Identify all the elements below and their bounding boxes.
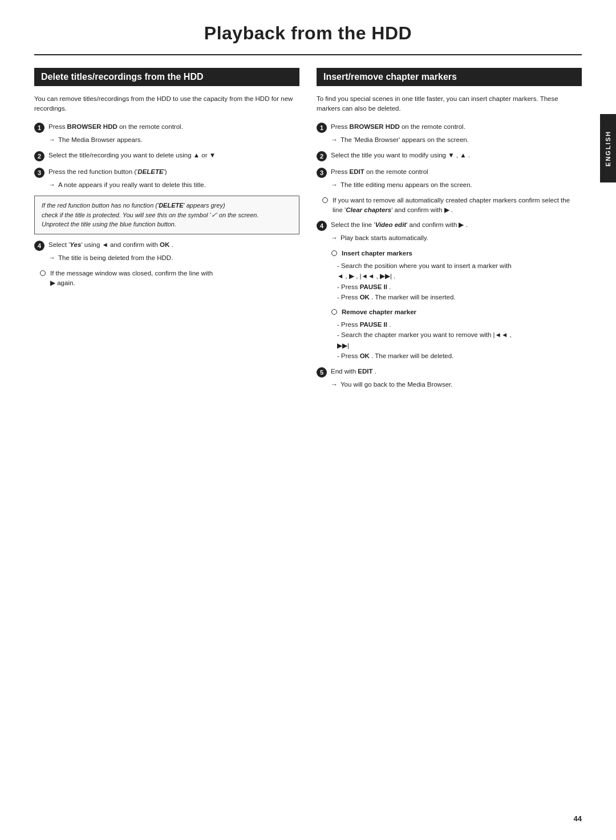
- right-step-2-row: 2 Select the title you want to modify us…: [317, 151, 582, 161]
- right-step-1-arrow-text: The 'Media Browser' appears on the scree…: [341, 135, 469, 145]
- left-step-2-row: 2 Select the title/recording you want to…: [34, 151, 299, 161]
- step-num-4: 4: [34, 241, 44, 251]
- pause-label-2: PAUSE II: [360, 321, 387, 328]
- left-step-3-text: Press the red function button ('DELETE'): [48, 167, 299, 177]
- page-title: Playback from the HDD: [34, 23, 582, 44]
- remove-nav-symbols: ▶▶|: [337, 340, 582, 351]
- left-step-1-arrow: → The Media Browser appears.: [48, 135, 299, 145]
- insert-chapter-title: Insert chapter markers: [342, 249, 582, 258]
- remove-chapter-header-row: Remove chapter marker: [331, 307, 582, 317]
- left-step-3-arrow-text: A note appears if you really want to del…: [58, 180, 206, 190]
- step-num-3: 3: [34, 168, 44, 178]
- left-step-4-arrow: → The title is being deleted from the HD…: [48, 253, 299, 263]
- left-circle-text: If the message window was closed, confir…: [50, 269, 299, 289]
- yes-label: Yes: [70, 241, 81, 248]
- right-step-5-arrow-text: You will go back to the Media Browser.: [341, 380, 452, 389]
- insert-chapter-section: Insert chapter markers - Search the posi…: [331, 249, 582, 303]
- circle-icon-remove: [331, 309, 337, 315]
- right-step-5-row: 5 End with EDIT .: [317, 367, 582, 378]
- ok-label-insert: OK: [360, 294, 370, 301]
- remove-ok-text: - Press OK . The marker will be deleted.: [337, 351, 582, 361]
- right-step-3-row: 3 Press EDIT on the remote control: [317, 167, 582, 178]
- right-step-num-4: 4: [317, 221, 327, 231]
- left-step-2-text: Select the title/recording you want to d…: [48, 151, 299, 160]
- browser-hdd-label-1: BROWSER HDD: [67, 123, 117, 130]
- right-arrow-icon-1: →: [331, 136, 338, 144]
- left-section-intro: You can remove titles/recordings from th…: [34, 94, 299, 114]
- language-label: ENGLISH: [605, 131, 611, 167]
- arrow-icon-1: →: [48, 136, 55, 144]
- top-divider: [34, 54, 582, 55]
- page-number: 44: [574, 814, 582, 823]
- left-step-1-arrow-text: The Media Browser appears.: [58, 135, 143, 145]
- circle-icon-left: [40, 270, 46, 276]
- right-arrow-icon-3: →: [331, 181, 338, 189]
- arrow-icon-3: →: [48, 181, 55, 189]
- right-step-2: 2 Select the title you want to modify us…: [317, 151, 582, 161]
- right-step-num-3: 3: [317, 168, 327, 178]
- right-step-3-arrow-text: The title editing menu appears on the sc…: [341, 180, 472, 190]
- remove-pause-text: - Press PAUSE II .: [337, 319, 582, 330]
- right-step-3-arrow: → The title editing menu appears on the …: [331, 180, 582, 190]
- right-step-3: 3 Press EDIT on the remote control → The…: [317, 167, 582, 190]
- page-container: Playback from the HDD Delete titles/reco…: [0, 0, 616, 840]
- left-step-4-row: 4 Select 'Yes' using ◄ and confirm with …: [34, 240, 299, 251]
- right-step-3-text: Press EDIT on the remote control: [331, 167, 582, 177]
- left-step-3: 3 Press the red function button ('DELETE…: [34, 167, 299, 190]
- language-sidebar: ENGLISH: [600, 114, 616, 182]
- right-step-5-text: End with EDIT .: [331, 367, 582, 376]
- remove-chapter-label: Remove chapter marker: [342, 309, 416, 315]
- insert-chapter-label: Insert chapter markers: [342, 250, 412, 257]
- right-step-num-1: 1: [317, 123, 327, 133]
- left-column: Delete titles/recordings from the HDD Yo…: [34, 68, 299, 290]
- note-line-1: If the red function button has no functi…: [42, 202, 258, 218]
- play-again: ▶ again.: [50, 279, 75, 286]
- left-step-1: 1 Press BROWSER HDD on the remote contro…: [34, 122, 299, 145]
- right-step-5: 5 End with EDIT . → You will go back to …: [317, 367, 582, 389]
- remove-search-text: - Search the chapter marker you want to …: [337, 330, 582, 340]
- video-edit-label: Video edit: [375, 221, 407, 228]
- delete-grey-label: DELETE: [159, 202, 183, 209]
- arrow-icon-4: →: [48, 254, 55, 262]
- remove-chapter-title: Remove chapter marker: [342, 307, 582, 317]
- right-step-2-text: Select the title you want to modify usin…: [331, 151, 582, 160]
- insert-nav-symbols: ◄ , ▶ , |◄◄ , ▶▶| .: [337, 271, 582, 281]
- remove-chapter-section: Remove chapter marker - Press PAUSE II .…: [331, 307, 582, 362]
- insert-ok-text: - Press OK . The marker will be inserted…: [337, 292, 582, 302]
- left-step-1-row: 1 Press BROWSER HDD on the remote contro…: [34, 122, 299, 133]
- ok-label-1: OK: [160, 241, 169, 248]
- clear-chapters-label: Clear chapters: [346, 206, 391, 213]
- right-step-1: 1 Press BROWSER HDD on the remote contro…: [317, 122, 582, 145]
- main-content: Delete titles/recordings from the HDD Yo…: [34, 68, 582, 396]
- left-step-1-text: Press BROWSER HDD on the remote control.: [48, 122, 299, 132]
- right-section-title: Insert/remove chapter markers: [317, 68, 582, 86]
- left-step-4-text: Select 'Yes' using ◄ and confirm with OK…: [48, 240, 299, 250]
- note-box: If the red function button has no functi…: [34, 196, 299, 234]
- step-num-2: 2: [34, 151, 44, 161]
- delete-label: DELETE: [137, 168, 163, 175]
- right-browser-hdd: BROWSER HDD: [350, 123, 400, 130]
- right-step-4-arrow-text: Play back starts automatically.: [341, 233, 428, 243]
- right-column: Insert/remove chapter markers To find yo…: [317, 68, 582, 396]
- right-section-intro: To find you special scenes in one title …: [317, 94, 582, 114]
- circle-icon-insert: [331, 250, 337, 256]
- right-step-5-arrow: → You will go back to the Media Browser.: [331, 380, 582, 389]
- unprotect-line: Unprotect the title using the blue funct…: [42, 221, 176, 228]
- insert-pause-text: - Press PAUSE II .: [337, 282, 582, 292]
- right-step-1-row: 1 Press BROWSER HDD on the remote contro…: [317, 122, 582, 133]
- right-arrow-icon-5: →: [331, 380, 338, 388]
- left-circle-item: If the message window was closed, confir…: [40, 269, 299, 289]
- edit-label-5: EDIT: [358, 368, 372, 375]
- right-step-4: 4 Select the line 'Video edit' and confi…: [317, 220, 582, 243]
- right-step-1-arrow: → The 'Media Browser' appears on the scr…: [331, 135, 582, 145]
- right-circle-item-1: If you want to remove all automatically …: [322, 196, 582, 216]
- left-step-3-arrow: → A note appears if you really want to d…: [48, 180, 299, 190]
- edit-label-1: EDIT: [350, 168, 364, 175]
- right-step-4-row: 4 Select the line 'Video edit' and confi…: [317, 220, 582, 231]
- left-section-title: Delete titles/recordings from the HDD: [34, 68, 299, 86]
- pause-label-1: PAUSE II: [360, 283, 387, 290]
- right-step-num-2: 2: [317, 151, 327, 161]
- right-circle-text-1: If you want to remove all automatically …: [333, 196, 582, 216]
- right-step-num-5: 5: [317, 367, 327, 378]
- left-step-2: 2 Select the title/recording you want to…: [34, 151, 299, 161]
